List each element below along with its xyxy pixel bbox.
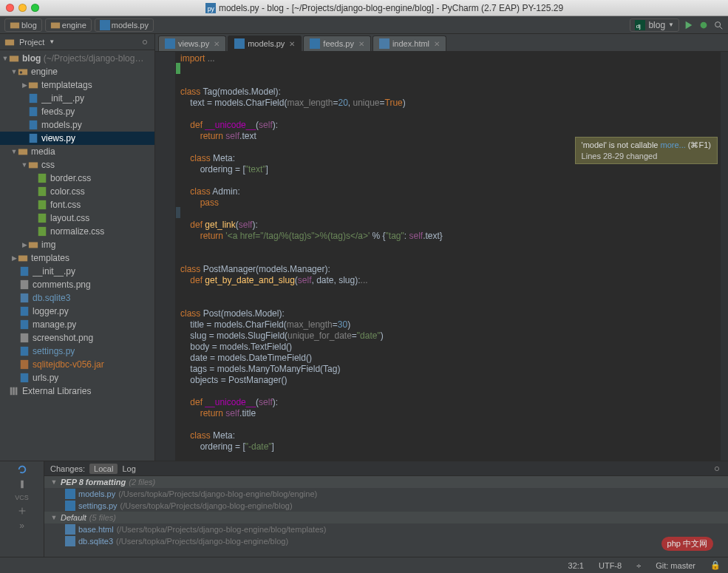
tree-file[interactable]: screenshot.png xyxy=(0,331,154,345)
close-window-icon[interactable] xyxy=(6,4,14,12)
breadcrumb-file[interactable]: models.py xyxy=(95,18,154,32)
tree-folder[interactable]: ▼css xyxy=(0,158,154,172)
svg-rect-29 xyxy=(18,256,27,262)
tree-file-selected[interactable]: views.py xyxy=(0,132,154,145)
svg-rect-24 xyxy=(38,187,47,196)
folder-icon xyxy=(4,37,15,47)
tree-file[interactable]: normalize.css xyxy=(0,225,154,238)
commit-icon[interactable] xyxy=(17,479,27,489)
tree-file[interactable]: settings.py xyxy=(0,345,154,358)
changes-tab-local[interactable]: Local xyxy=(89,464,118,474)
tree-file[interactable]: __init__.py xyxy=(0,265,154,278)
svg-rect-17 xyxy=(30,94,38,103)
zoom-window-icon[interactable] xyxy=(31,4,39,12)
project-tool-window: Project ▼ ▼blog (~/Projects/django-blog…… xyxy=(0,34,155,461)
svg-rect-42 xyxy=(165,38,175,49)
svg-rect-28 xyxy=(29,243,38,248)
python-file-icon xyxy=(19,306,30,316)
image-file-icon xyxy=(19,333,30,343)
inspection-tooltip[interactable]: 'model' is not callable more... (⌘F1) Li… xyxy=(575,137,718,164)
editor-tab[interactable]: views.py✕ xyxy=(158,35,226,51)
tree-external-libs[interactable]: External Libraries xyxy=(0,384,154,398)
editor-tab-active[interactable]: models.py✕ xyxy=(228,35,302,51)
tree-file[interactable]: feeds.py xyxy=(0,105,154,118)
svg-rect-36 xyxy=(21,347,29,356)
code-editor[interactable]: import ... class Tag(models.Model): text… xyxy=(155,52,728,461)
caret-position[interactable]: 32:1 xyxy=(568,561,584,570)
changed-file[interactable]: settings.py (/Users/topka/Projects/djang… xyxy=(44,500,728,512)
tree-file[interactable]: manage.py xyxy=(0,318,154,331)
changes-tab-log[interactable]: Log xyxy=(122,464,135,473)
svg-text:py: py xyxy=(208,4,215,12)
tree-file[interactable]: db.sqlite3 xyxy=(0,291,154,305)
svg-rect-18 xyxy=(30,107,38,116)
line-separator[interactable]: ÷ xyxy=(636,561,641,570)
breadcrumb-project[interactable]: blog xyxy=(4,18,42,32)
status-bar: 32:1 UTF-8 ÷ Git: master 🔒 xyxy=(0,557,728,573)
tree-file[interactable]: models.py xyxy=(0,118,154,132)
git-branch[interactable]: Git: master xyxy=(656,561,695,570)
python-file-icon: py xyxy=(205,3,216,13)
tree-file[interactable]: comments.png xyxy=(0,278,154,291)
rollback-icon[interactable] xyxy=(17,506,27,516)
file-encoding[interactable]: UTF-8 xyxy=(599,561,622,570)
close-tab-icon[interactable]: ✕ xyxy=(434,40,440,48)
tree-file[interactable]: font.css xyxy=(0,198,154,211)
project-header[interactable]: Project ▼ xyxy=(0,34,154,50)
svg-rect-50 xyxy=(65,524,75,535)
project-tree[interactable]: ▼blog (~/Projects/django-blog… ▼engine ▶… xyxy=(0,50,154,461)
svg-rect-13 xyxy=(10,56,18,62)
close-tab-icon[interactable]: ✕ xyxy=(214,40,220,48)
debug-icon[interactable] xyxy=(698,20,709,30)
run-config-selector[interactable]: dj blog ▼ xyxy=(630,18,679,32)
tree-file[interactable]: urls.py xyxy=(0,371,154,384)
tree-folder[interactable]: ▼engine xyxy=(0,65,154,78)
folder-icon xyxy=(50,20,61,30)
search-icon[interactable] xyxy=(713,20,724,30)
django-icon: dj xyxy=(635,20,645,30)
tree-folder[interactable]: ▶templates xyxy=(0,251,154,265)
gear-icon[interactable] xyxy=(140,37,150,47)
changed-file[interactable]: base.html (/Users/topka/Projects/django-… xyxy=(44,523,728,535)
svg-marker-7 xyxy=(686,21,693,29)
svg-rect-33 xyxy=(21,307,29,316)
changed-file[interactable]: db.sqlite3 (/Users/topka/Projects/django… xyxy=(44,535,728,547)
more-link[interactable]: more... xyxy=(661,140,686,149)
svg-point-12 xyxy=(143,40,146,44)
tree-folder[interactable]: ▶img xyxy=(0,238,154,251)
breadcrumb-folder[interactable]: engine xyxy=(45,18,92,32)
css-file-icon xyxy=(37,213,47,223)
tree-file[interactable]: sqlitejdbc-v056.jar xyxy=(0,358,154,371)
refresh-icon[interactable] xyxy=(17,464,27,475)
svg-rect-45 xyxy=(379,38,389,49)
svg-rect-38 xyxy=(21,373,29,382)
tree-root[interactable]: ▼blog (~/Projects/django-blog… xyxy=(0,52,154,65)
tree-folder[interactable]: ▶templatetags xyxy=(0,78,154,92)
tree-folder[interactable]: ▼media xyxy=(0,145,154,158)
tree-file[interactable]: logger.py xyxy=(0,305,154,318)
run-icon[interactable] xyxy=(684,20,694,30)
svg-rect-11 xyxy=(5,39,14,45)
svg-rect-37 xyxy=(21,360,29,369)
lock-icon[interactable]: 🔒 xyxy=(710,560,721,570)
error-stripe[interactable] xyxy=(721,52,728,461)
tree-file[interactable]: border.css xyxy=(0,172,154,185)
gear-icon[interactable] xyxy=(712,464,722,474)
tree-file[interactable]: layout.css xyxy=(0,211,154,225)
editor-tab[interactable]: index.html✕ xyxy=(372,35,446,51)
changed-file[interactable]: models.py (/Users/topka/Projects/django-… xyxy=(44,488,728,500)
python-file-icon xyxy=(65,489,75,499)
changelist-header[interactable]: ▼Default (5 files) xyxy=(44,512,728,523)
minimize-window-icon[interactable] xyxy=(18,4,27,12)
editor-tab[interactable]: feeds.py✕ xyxy=(303,35,371,51)
changelist-header[interactable]: ▼PEP 8 formatting (2 files) xyxy=(44,476,728,488)
tree-file[interactable]: __init__.py xyxy=(0,92,154,105)
css-file-icon xyxy=(37,186,47,197)
svg-rect-25 xyxy=(38,200,47,209)
gutter[interactable] xyxy=(155,52,176,461)
close-tab-icon[interactable]: ✕ xyxy=(289,40,295,48)
close-tab-icon[interactable]: ✕ xyxy=(358,40,364,48)
tree-file[interactable]: color.css xyxy=(0,185,154,198)
python-file-icon xyxy=(28,120,38,130)
svg-rect-51 xyxy=(65,536,75,546)
